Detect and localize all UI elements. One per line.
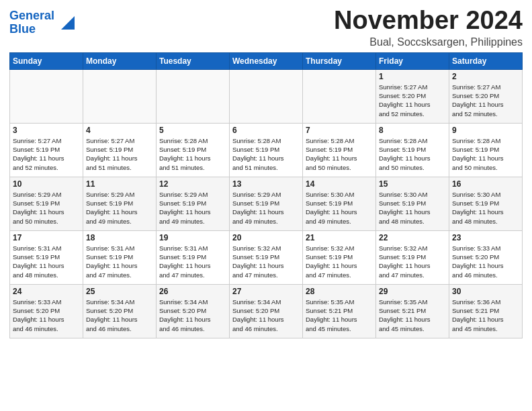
weekday-header-thursday: Thursday (303, 52, 376, 69)
day-info: Sunrise: 5:28 AM Sunset: 5:19 PM Dayligh… (379, 136, 446, 172)
calendar-cell: 25Sunrise: 5:34 AM Sunset: 5:20 PM Dayli… (83, 284, 157, 338)
calendar-cell: 6Sunrise: 5:28 AM Sunset: 5:19 PM Daylig… (230, 123, 303, 177)
day-number: 13 (232, 179, 300, 189)
logo-icon (56, 13, 75, 32)
day-number: 11 (86, 179, 153, 189)
weekday-header-saturday: Saturday (449, 52, 523, 69)
day-info: Sunrise: 5:30 AM Sunset: 5:19 PM Dayligh… (306, 190, 373, 226)
day-number: 2 (452, 72, 519, 81)
title-area: November 2024 Bual, Soccsksargen, Philip… (334, 7, 523, 48)
day-number: 17 (13, 233, 80, 242)
logo-area: General Blue (9, 7, 75, 36)
calendar-cell: 13Sunrise: 5:29 AM Sunset: 5:19 PM Dayli… (230, 177, 303, 230)
day-number: 30 (452, 287, 519, 296)
day-info: Sunrise: 5:34 AM Sunset: 5:20 PM Dayligh… (232, 298, 300, 333)
calendar-cell: 14Sunrise: 5:30 AM Sunset: 5:19 PM Dayli… (303, 177, 376, 230)
calendar-cell: 16Sunrise: 5:30 AM Sunset: 5:19 PM Dayli… (449, 177, 523, 230)
weekday-header-sunday: Sunday (10, 52, 83, 69)
weekday-header-friday: Friday (376, 52, 449, 69)
day-number: 15 (379, 179, 446, 189)
day-info: Sunrise: 5:30 AM Sunset: 5:19 PM Dayligh… (379, 190, 446, 226)
calendar-cell: 8Sunrise: 5:28 AM Sunset: 5:19 PM Daylig… (376, 123, 449, 177)
day-info: Sunrise: 5:29 AM Sunset: 5:19 PM Dayligh… (13, 190, 80, 226)
calendar-cell: 12Sunrise: 5:29 AM Sunset: 5:19 PM Dayli… (157, 177, 230, 230)
logo: General Blue (9, 9, 54, 36)
day-info: Sunrise: 5:36 AM Sunset: 5:21 PM Dayligh… (452, 298, 519, 333)
day-number: 28 (306, 287, 373, 296)
calendar-cell: 1Sunrise: 5:27 AM Sunset: 5:20 PM Daylig… (376, 69, 449, 123)
day-info: Sunrise: 5:31 AM Sunset: 5:19 PM Dayligh… (159, 244, 226, 279)
calendar-cell: 7Sunrise: 5:28 AM Sunset: 5:19 PM Daylig… (303, 123, 376, 177)
calendar-week-2: 10Sunrise: 5:29 AM Sunset: 5:19 PM Dayli… (10, 177, 523, 230)
day-info: Sunrise: 5:28 AM Sunset: 5:19 PM Dayligh… (306, 136, 373, 172)
day-info: Sunrise: 5:27 AM Sunset: 5:20 PM Dayligh… (379, 83, 446, 118)
day-info: Sunrise: 5:29 AM Sunset: 5:19 PM Dayligh… (232, 190, 300, 226)
calendar-cell: 27Sunrise: 5:34 AM Sunset: 5:20 PM Dayli… (230, 284, 303, 338)
day-info: Sunrise: 5:34 AM Sunset: 5:20 PM Dayligh… (159, 298, 226, 333)
day-number: 8 (379, 126, 446, 135)
day-number: 12 (159, 179, 226, 189)
calendar-cell: 30Sunrise: 5:36 AM Sunset: 5:21 PM Dayli… (449, 284, 523, 338)
calendar-cell: 20Sunrise: 5:32 AM Sunset: 5:19 PM Dayli… (230, 230, 303, 284)
day-number: 9 (452, 126, 519, 135)
location: Bual, Soccsksargen, Philippines (334, 36, 523, 48)
day-info: Sunrise: 5:32 AM Sunset: 5:19 PM Dayligh… (232, 244, 300, 279)
day-info: Sunrise: 5:35 AM Sunset: 5:21 PM Dayligh… (306, 298, 373, 333)
calendar-cell: 2Sunrise: 5:27 AM Sunset: 5:20 PM Daylig… (449, 69, 523, 123)
day-info: Sunrise: 5:29 AM Sunset: 5:19 PM Dayligh… (86, 190, 153, 226)
day-info: Sunrise: 5:33 AM Sunset: 5:20 PM Dayligh… (13, 298, 80, 333)
calendar-cell: 11Sunrise: 5:29 AM Sunset: 5:19 PM Dayli… (83, 177, 157, 230)
calendar-cell: 23Sunrise: 5:33 AM Sunset: 5:20 PM Dayli… (449, 230, 523, 284)
day-info: Sunrise: 5:34 AM Sunset: 5:20 PM Dayligh… (86, 298, 153, 333)
calendar-cell: 24Sunrise: 5:33 AM Sunset: 5:20 PM Dayli… (10, 284, 83, 338)
day-info: Sunrise: 5:33 AM Sunset: 5:20 PM Dayligh… (452, 244, 519, 279)
calendar-cell: 18Sunrise: 5:31 AM Sunset: 5:19 PM Dayli… (83, 230, 157, 284)
svg-marker-0 (61, 16, 75, 30)
day-info: Sunrise: 5:30 AM Sunset: 5:19 PM Dayligh… (452, 190, 519, 226)
calendar-cell: 3Sunrise: 5:27 AM Sunset: 5:19 PM Daylig… (10, 123, 83, 177)
day-number: 14 (306, 179, 373, 189)
calendar-week-4: 24Sunrise: 5:33 AM Sunset: 5:20 PM Dayli… (10, 284, 523, 338)
calendar-cell (10, 69, 83, 123)
day-info: Sunrise: 5:27 AM Sunset: 5:20 PM Dayligh… (452, 83, 519, 118)
day-number: 7 (306, 126, 373, 135)
weekday-header-monday: Monday (83, 52, 157, 69)
calendar-table: SundayMondayTuesdayWednesdayThursdayFrid… (9, 52, 523, 338)
logo-line1: General (9, 9, 54, 22)
weekday-header-row: SundayMondayTuesdayWednesdayThursdayFrid… (10, 52, 523, 69)
day-number: 24 (13, 287, 80, 296)
calendar-cell: 28Sunrise: 5:35 AM Sunset: 5:21 PM Dayli… (303, 284, 376, 338)
day-info: Sunrise: 5:32 AM Sunset: 5:19 PM Dayligh… (306, 244, 373, 279)
day-number: 29 (379, 287, 446, 296)
day-number: 3 (13, 126, 80, 135)
calendar-cell: 21Sunrise: 5:32 AM Sunset: 5:19 PM Dayli… (303, 230, 376, 284)
day-info: Sunrise: 5:27 AM Sunset: 5:19 PM Dayligh… (86, 136, 153, 172)
calendar-cell: 4Sunrise: 5:27 AM Sunset: 5:19 PM Daylig… (83, 123, 157, 177)
calendar-cell: 26Sunrise: 5:34 AM Sunset: 5:20 PM Dayli… (157, 284, 230, 338)
calendar-cell: 17Sunrise: 5:31 AM Sunset: 5:19 PM Dayli… (10, 230, 83, 284)
day-number: 6 (232, 126, 300, 135)
day-number: 26 (159, 287, 226, 296)
day-number: 22 (379, 233, 446, 242)
day-number: 5 (159, 126, 226, 135)
day-number: 19 (159, 233, 226, 242)
day-info: Sunrise: 5:29 AM Sunset: 5:19 PM Dayligh… (159, 190, 226, 226)
calendar-week-3: 17Sunrise: 5:31 AM Sunset: 5:19 PM Dayli… (10, 230, 523, 284)
weekday-header-tuesday: Tuesday (157, 52, 230, 69)
day-info: Sunrise: 5:28 AM Sunset: 5:19 PM Dayligh… (452, 136, 519, 172)
day-info: Sunrise: 5:31 AM Sunset: 5:19 PM Dayligh… (13, 244, 80, 279)
day-number: 4 (86, 126, 153, 135)
calendar-cell (303, 69, 376, 123)
calendar-cell: 10Sunrise: 5:29 AM Sunset: 5:19 PM Dayli… (10, 177, 83, 230)
calendar-cell (230, 69, 303, 123)
day-info: Sunrise: 5:27 AM Sunset: 5:19 PM Dayligh… (13, 136, 80, 172)
calendar-cell: 5Sunrise: 5:28 AM Sunset: 5:19 PM Daylig… (157, 123, 230, 177)
day-info: Sunrise: 5:35 AM Sunset: 5:21 PM Dayligh… (379, 298, 446, 333)
day-number: 10 (13, 179, 80, 189)
calendar-week-1: 3Sunrise: 5:27 AM Sunset: 5:19 PM Daylig… (10, 123, 523, 177)
month-title: November 2024 (334, 7, 523, 35)
day-number: 25 (86, 287, 153, 296)
day-info: Sunrise: 5:32 AM Sunset: 5:19 PM Dayligh… (379, 244, 446, 279)
calendar-cell: 22Sunrise: 5:32 AM Sunset: 5:19 PM Dayli… (376, 230, 449, 284)
calendar-cell: 9Sunrise: 5:28 AM Sunset: 5:19 PM Daylig… (449, 123, 523, 177)
